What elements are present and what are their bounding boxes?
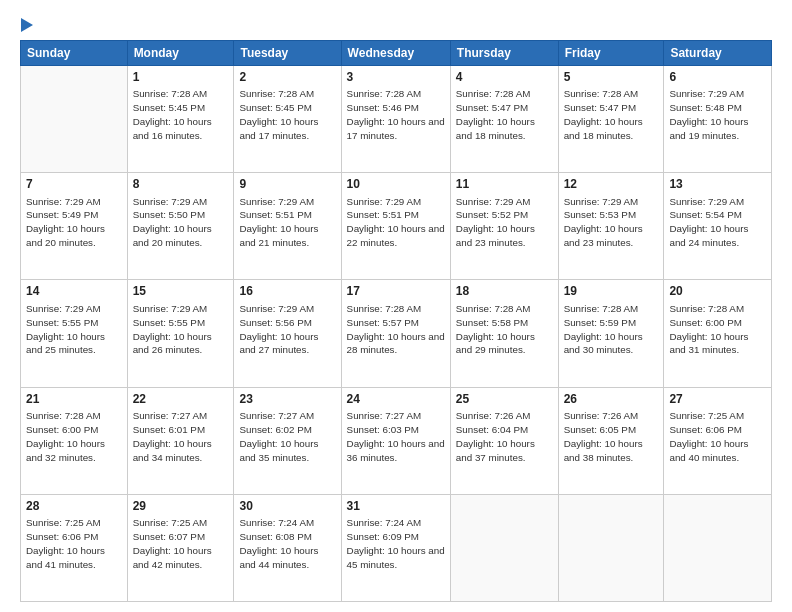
day-info: Sunrise: 7:29 AM Sunset: 5:53 PM Dayligh… — [564, 195, 659, 251]
calendar-cell: 5Sunrise: 7:28 AM Sunset: 5:47 PM Daylig… — [558, 66, 664, 173]
calendar-body: 1Sunrise: 7:28 AM Sunset: 5:45 PM Daylig… — [21, 66, 772, 602]
day-number: 8 — [133, 176, 229, 193]
calendar-cell: 27Sunrise: 7:25 AM Sunset: 6:06 PM Dayli… — [664, 387, 772, 494]
week-row-2: 7Sunrise: 7:29 AM Sunset: 5:49 PM Daylig… — [21, 173, 772, 280]
day-number: 7 — [26, 176, 122, 193]
day-number: 23 — [239, 391, 335, 408]
day-info: Sunrise: 7:28 AM Sunset: 5:47 PM Dayligh… — [564, 87, 659, 143]
calendar-cell: 25Sunrise: 7:26 AM Sunset: 6:04 PM Dayli… — [450, 387, 558, 494]
calendar-cell: 11Sunrise: 7:29 AM Sunset: 5:52 PM Dayli… — [450, 173, 558, 280]
calendar-cell — [664, 494, 772, 601]
weekday-header-wednesday: Wednesday — [341, 41, 450, 66]
day-number: 4 — [456, 69, 553, 86]
day-info: Sunrise: 7:29 AM Sunset: 5:55 PM Dayligh… — [26, 302, 122, 358]
calendar-cell: 28Sunrise: 7:25 AM Sunset: 6:06 PM Dayli… — [21, 494, 128, 601]
day-number: 5 — [564, 69, 659, 86]
day-number: 3 — [347, 69, 445, 86]
calendar-cell: 30Sunrise: 7:24 AM Sunset: 6:08 PM Dayli… — [234, 494, 341, 601]
calendar-cell: 26Sunrise: 7:26 AM Sunset: 6:05 PM Dayli… — [558, 387, 664, 494]
day-info: Sunrise: 7:29 AM Sunset: 5:54 PM Dayligh… — [669, 195, 766, 251]
calendar-cell: 13Sunrise: 7:29 AM Sunset: 5:54 PM Dayli… — [664, 173, 772, 280]
day-info: Sunrise: 7:29 AM Sunset: 5:51 PM Dayligh… — [239, 195, 335, 251]
day-number: 12 — [564, 176, 659, 193]
calendar-cell: 3Sunrise: 7:28 AM Sunset: 5:46 PM Daylig… — [341, 66, 450, 173]
calendar-cell: 21Sunrise: 7:28 AM Sunset: 6:00 PM Dayli… — [21, 387, 128, 494]
day-info: Sunrise: 7:29 AM Sunset: 5:48 PM Dayligh… — [669, 87, 766, 143]
day-number: 29 — [133, 498, 229, 515]
day-info: Sunrise: 7:27 AM Sunset: 6:03 PM Dayligh… — [347, 409, 445, 465]
weekday-header-friday: Friday — [558, 41, 664, 66]
day-info: Sunrise: 7:28 AM Sunset: 5:57 PM Dayligh… — [347, 302, 445, 358]
calendar-cell: 9Sunrise: 7:29 AM Sunset: 5:51 PM Daylig… — [234, 173, 341, 280]
day-info: Sunrise: 7:28 AM Sunset: 6:00 PM Dayligh… — [26, 409, 122, 465]
calendar-cell: 23Sunrise: 7:27 AM Sunset: 6:02 PM Dayli… — [234, 387, 341, 494]
day-number: 28 — [26, 498, 122, 515]
week-row-1: 1Sunrise: 7:28 AM Sunset: 5:45 PM Daylig… — [21, 66, 772, 173]
day-number: 16 — [239, 283, 335, 300]
day-info: Sunrise: 7:29 AM Sunset: 5:55 PM Dayligh… — [133, 302, 229, 358]
calendar-cell: 22Sunrise: 7:27 AM Sunset: 6:01 PM Dayli… — [127, 387, 234, 494]
calendar-cell: 24Sunrise: 7:27 AM Sunset: 6:03 PM Dayli… — [341, 387, 450, 494]
calendar-cell: 29Sunrise: 7:25 AM Sunset: 6:07 PM Dayli… — [127, 494, 234, 601]
calendar-cell: 8Sunrise: 7:29 AM Sunset: 5:50 PM Daylig… — [127, 173, 234, 280]
day-info: Sunrise: 7:25 AM Sunset: 6:06 PM Dayligh… — [669, 409, 766, 465]
day-number: 19 — [564, 283, 659, 300]
day-info: Sunrise: 7:25 AM Sunset: 6:06 PM Dayligh… — [26, 516, 122, 572]
day-info: Sunrise: 7:29 AM Sunset: 5:52 PM Dayligh… — [456, 195, 553, 251]
day-info: Sunrise: 7:26 AM Sunset: 6:04 PM Dayligh… — [456, 409, 553, 465]
day-info: Sunrise: 7:28 AM Sunset: 5:58 PM Dayligh… — [456, 302, 553, 358]
weekday-header-tuesday: Tuesday — [234, 41, 341, 66]
day-number: 20 — [669, 283, 766, 300]
day-info: Sunrise: 7:24 AM Sunset: 6:08 PM Dayligh… — [239, 516, 335, 572]
calendar-cell: 20Sunrise: 7:28 AM Sunset: 6:00 PM Dayli… — [664, 280, 772, 387]
day-number: 21 — [26, 391, 122, 408]
day-info: Sunrise: 7:29 AM Sunset: 5:50 PM Dayligh… — [133, 195, 229, 251]
calendar-cell: 7Sunrise: 7:29 AM Sunset: 5:49 PM Daylig… — [21, 173, 128, 280]
logo-arrow-icon — [21, 18, 33, 32]
day-number: 22 — [133, 391, 229, 408]
day-info: Sunrise: 7:26 AM Sunset: 6:05 PM Dayligh… — [564, 409, 659, 465]
day-info: Sunrise: 7:28 AM Sunset: 6:00 PM Dayligh… — [669, 302, 766, 358]
calendar-cell — [21, 66, 128, 173]
day-number: 30 — [239, 498, 335, 515]
calendar-table: SundayMondayTuesdayWednesdayThursdayFrid… — [20, 40, 772, 602]
calendar-cell: 15Sunrise: 7:29 AM Sunset: 5:55 PM Dayli… — [127, 280, 234, 387]
calendar-cell: 4Sunrise: 7:28 AM Sunset: 5:47 PM Daylig… — [450, 66, 558, 173]
day-info: Sunrise: 7:29 AM Sunset: 5:56 PM Dayligh… — [239, 302, 335, 358]
calendar-cell: 16Sunrise: 7:29 AM Sunset: 5:56 PM Dayli… — [234, 280, 341, 387]
calendar-cell — [558, 494, 664, 601]
day-number: 14 — [26, 283, 122, 300]
day-number: 6 — [669, 69, 766, 86]
calendar-cell: 18Sunrise: 7:28 AM Sunset: 5:58 PM Dayli… — [450, 280, 558, 387]
weekday-header-sunday: Sunday — [21, 41, 128, 66]
day-info: Sunrise: 7:25 AM Sunset: 6:07 PM Dayligh… — [133, 516, 229, 572]
week-row-3: 14Sunrise: 7:29 AM Sunset: 5:55 PM Dayli… — [21, 280, 772, 387]
day-info: Sunrise: 7:27 AM Sunset: 6:01 PM Dayligh… — [133, 409, 229, 465]
day-info: Sunrise: 7:29 AM Sunset: 5:49 PM Dayligh… — [26, 195, 122, 251]
calendar-page: SundayMondayTuesdayWednesdayThursdayFrid… — [0, 0, 792, 612]
day-number: 9 — [239, 176, 335, 193]
day-info: Sunrise: 7:28 AM Sunset: 5:46 PM Dayligh… — [347, 87, 445, 143]
day-number: 10 — [347, 176, 445, 193]
day-info: Sunrise: 7:24 AM Sunset: 6:09 PM Dayligh… — [347, 516, 445, 572]
weekday-header-monday: Monday — [127, 41, 234, 66]
day-number: 18 — [456, 283, 553, 300]
week-row-5: 28Sunrise: 7:25 AM Sunset: 6:06 PM Dayli… — [21, 494, 772, 601]
day-info: Sunrise: 7:28 AM Sunset: 5:47 PM Dayligh… — [456, 87, 553, 143]
calendar-cell: 19Sunrise: 7:28 AM Sunset: 5:59 PM Dayli… — [558, 280, 664, 387]
weekday-header-saturday: Saturday — [664, 41, 772, 66]
day-number: 1 — [133, 69, 229, 86]
day-number: 15 — [133, 283, 229, 300]
day-number: 2 — [239, 69, 335, 86]
week-row-4: 21Sunrise: 7:28 AM Sunset: 6:00 PM Dayli… — [21, 387, 772, 494]
weekday-header-thursday: Thursday — [450, 41, 558, 66]
calendar-header: SundayMondayTuesdayWednesdayThursdayFrid… — [21, 41, 772, 66]
calendar-cell: 6Sunrise: 7:29 AM Sunset: 5:48 PM Daylig… — [664, 66, 772, 173]
day-number: 27 — [669, 391, 766, 408]
header — [20, 18, 772, 32]
calendar-cell: 1Sunrise: 7:28 AM Sunset: 5:45 PM Daylig… — [127, 66, 234, 173]
day-info: Sunrise: 7:28 AM Sunset: 5:45 PM Dayligh… — [133, 87, 229, 143]
weekday-header-row: SundayMondayTuesdayWednesdayThursdayFrid… — [21, 41, 772, 66]
day-info: Sunrise: 7:28 AM Sunset: 5:45 PM Dayligh… — [239, 87, 335, 143]
day-number: 17 — [347, 283, 445, 300]
